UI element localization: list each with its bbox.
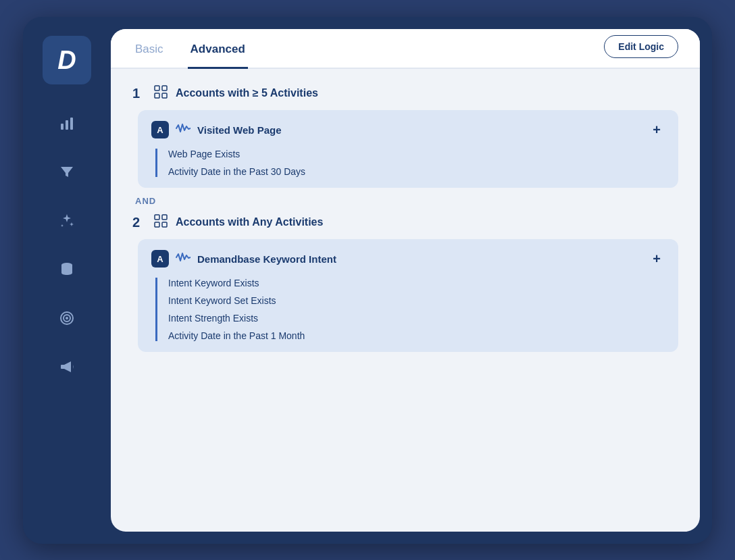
activity-wave-icon-1 xyxy=(176,123,191,137)
logo: D xyxy=(43,36,91,84)
section-2: 2 Accounts with Any Activities A xyxy=(132,214,678,352)
grid-icon-2 xyxy=(154,214,168,231)
sparkle-icon xyxy=(59,213,75,229)
svg-rect-0 xyxy=(61,124,64,130)
tab-actions: Edit Logic xyxy=(604,35,678,68)
condition-2-3: Activity Date in the Past 1 Month xyxy=(168,330,665,341)
section-1: 1 Accounts with ≥ 5 Activities xyxy=(132,85,678,188)
activity-wave-icon-2 xyxy=(176,252,191,266)
condition-2-2: Intent Strength Exists xyxy=(168,313,665,324)
section-2-number: 2 xyxy=(132,215,146,230)
svg-rect-8 xyxy=(162,86,167,91)
section-2-header: 2 Accounts with Any Activities xyxy=(132,214,678,231)
database-icon xyxy=(59,261,75,278)
condition-1-0: Web Page Exists xyxy=(168,149,665,159)
svg-rect-2 xyxy=(70,118,73,130)
megaphone-icon xyxy=(59,359,75,375)
svg-rect-9 xyxy=(155,93,159,98)
tab-basic[interactable]: Basic xyxy=(132,29,166,69)
svg-rect-10 xyxy=(162,93,167,98)
svg-rect-7 xyxy=(155,86,159,91)
tab-advanced[interactable]: Advanced xyxy=(188,29,248,69)
target-icon xyxy=(59,310,75,326)
sidebar-item-megaphone[interactable] xyxy=(52,352,82,382)
add-condition-button-2[interactable]: + xyxy=(649,250,665,268)
section-2-title: Accounts with Any Activities xyxy=(176,216,323,228)
add-condition-button-1[interactable]: + xyxy=(649,121,665,139)
section-1-header: 1 Accounts with ≥ 5 Activities xyxy=(132,85,678,102)
edit-logic-button[interactable]: Edit Logic xyxy=(604,35,678,58)
svg-rect-1 xyxy=(66,120,68,130)
sidebar-item-database[interactable] xyxy=(52,255,82,284)
condition-2-0: Intent Keyword Exists xyxy=(168,278,665,288)
sidebar-item-analytics[interactable] xyxy=(52,109,82,138)
main-panel: Basic Advanced Edit Logic 1 xyxy=(111,29,700,532)
svg-rect-13 xyxy=(155,222,159,227)
svg-rect-14 xyxy=(162,222,167,227)
sidebar-item-target[interactable] xyxy=(52,303,82,333)
grid-icon-1 xyxy=(154,85,168,102)
activity-card-1: A Visited Web Page + Web Page Exists Act… xyxy=(138,110,678,188)
condition-2-1: Intent Keyword Set Exists xyxy=(168,295,665,306)
condition-list-2: Intent Keyword Exists Intent Keyword Set… xyxy=(155,278,665,341)
activity-name-2: Demandbase Keyword Intent xyxy=(197,253,642,265)
filter-icon xyxy=(59,164,75,180)
activity-card-1-header: A Visited Web Page + xyxy=(151,121,665,139)
and-divider: AND xyxy=(135,196,678,206)
sidebar-item-spark[interactable] xyxy=(52,206,82,236)
nav-menu xyxy=(23,109,111,382)
activity-name-1: Visited Web Page xyxy=(197,124,642,136)
section-1-title: Accounts with ≥ 5 Activities xyxy=(176,87,318,99)
a-badge-2: A xyxy=(151,250,169,268)
sidebar: D xyxy=(23,17,111,544)
svg-rect-12 xyxy=(162,215,167,220)
activity-card-2: A Demandbase Keyword Intent + Intent Key… xyxy=(138,239,678,352)
section-1-number: 1 xyxy=(132,86,146,101)
scroll-content: 1 Accounts with ≥ 5 Activities xyxy=(111,69,700,532)
a-badge-1: A xyxy=(151,121,169,138)
bar-chart-icon xyxy=(59,116,75,132)
logo-text: D xyxy=(57,47,76,73)
sidebar-item-funnel[interactable] xyxy=(52,157,82,187)
activity-card-2-header: A Demandbase Keyword Intent + xyxy=(151,250,665,268)
svg-rect-11 xyxy=(155,215,159,220)
svg-point-6 xyxy=(66,317,68,319)
condition-1-1: Activity Date in the Past 30 Days xyxy=(168,166,665,177)
condition-list-1: Web Page Exists Activity Date in the Pas… xyxy=(155,149,665,177)
tab-bar: Basic Advanced Edit Logic xyxy=(111,29,700,69)
